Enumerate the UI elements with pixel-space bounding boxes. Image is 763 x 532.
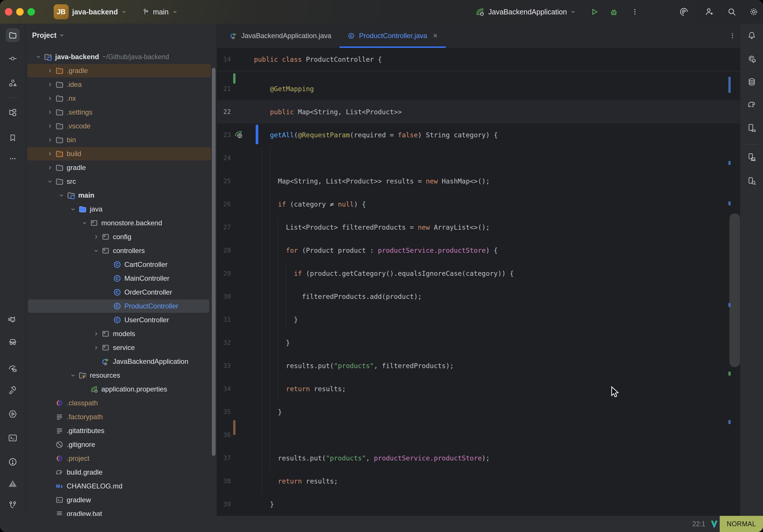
rest-endpoint-icon[interactable] <box>234 130 244 140</box>
tree-item-src[interactable]: src <box>26 174 217 188</box>
tree-item-monostore-backend[interactable]: monostore.backend <box>26 216 217 230</box>
hierarchy-tool-button[interactable] <box>6 106 20 119</box>
vcs-added-marker[interactable] <box>233 73 236 84</box>
chevron-collapsed-icon[interactable] <box>45 147 55 161</box>
copilot-tool-button[interactable] <box>6 313 20 327</box>
code-line-39[interactable]: 39 } <box>217 493 740 516</box>
device-explorer-tool-button[interactable] <box>745 174 759 188</box>
tree-item-config[interactable]: config <box>26 230 217 244</box>
tree-item-ordercontroller[interactable]: COrderController <box>26 285 217 299</box>
tree-item--idea[interactable]: .idea <box>26 78 217 91</box>
chevron-collapsed-icon[interactable] <box>91 327 101 341</box>
zoom-window-button[interactable] <box>27 8 35 16</box>
chevron-expanded-icon[interactable] <box>91 244 101 258</box>
tree-item-gradle[interactable]: gradle <box>26 161 217 174</box>
terminal-tool-button[interactable] <box>6 431 20 445</box>
tree-item-build-gradle[interactable]: build.gradle <box>26 465 217 479</box>
ai-assistant-tool-button[interactable] <box>745 52 759 66</box>
tree-item-usercontroller[interactable]: CUserController <box>26 313 217 327</box>
services-tool-button[interactable] <box>6 407 20 421</box>
settings-button[interactable] <box>747 5 760 18</box>
tree-item-build[interactable]: build <box>26 147 217 161</box>
tree-item-java-backend[interactable]: java-backend~/Github/java-backend <box>26 50 217 64</box>
device-manager-tool-button[interactable] <box>745 121 759 135</box>
branch-widget[interactable]: main <box>142 0 178 24</box>
tree-item--gradle[interactable]: .gradle <box>26 64 217 78</box>
ai-assistant-button[interactable] <box>678 5 690 18</box>
incognito-tool-button[interactable] <box>6 335 20 349</box>
gradle-tool-button[interactable] <box>745 98 759 112</box>
tree-item--settings[interactable]: .settings <box>26 105 217 119</box>
tree-item-service[interactable]: service <box>26 341 217 355</box>
sticky-line[interactable]: 14 public class ProductController { <box>217 48 740 71</box>
tree-item-application-properties[interactable]: application.properties <box>26 382 217 396</box>
project-panel-header[interactable]: Project <box>32 28 65 42</box>
tree-item-maincontroller[interactable]: CMainController <box>26 271 217 285</box>
code-line-25[interactable]: 25 Map<String, List<Product>> results = … <box>217 170 740 193</box>
chevron-expanded-icon[interactable] <box>68 369 78 382</box>
chevron-collapsed-icon[interactable] <box>45 133 55 147</box>
run-button[interactable] <box>588 5 600 18</box>
tab-javabackendapplication[interactable]: JavaBackendApplication.java <box>222 24 339 48</box>
notifications-tool-button[interactable] <box>745 29 759 43</box>
running-devices-tool-button[interactable] <box>745 150 759 164</box>
commit-tool-button[interactable] <box>6 52 20 65</box>
caret-position[interactable]: 22:1 <box>692 516 705 532</box>
project-icon[interactable]: JB <box>54 4 69 19</box>
tree-item-java[interactable]: java <box>26 202 217 216</box>
tree-item-gradlew-bat[interactable]: gradlew.bat <box>26 507 217 516</box>
project-widget[interactable]: java-backend <box>72 0 127 24</box>
chevron-expanded-icon[interactable] <box>68 202 78 216</box>
code-line-24[interactable]: 24 <box>217 147 740 170</box>
tree-item-bin[interactable]: bin <box>26 133 217 147</box>
tree-item--nx[interactable]: .nx <box>26 91 217 105</box>
code-line-22[interactable]: 22 public Map<String, List<Product>> <box>217 100 740 124</box>
chevron-expanded-icon[interactable] <box>45 174 55 188</box>
bookmarks-tool-button[interactable] <box>6 131 20 145</box>
code-line-32[interactable]: 32 } <box>217 331 740 354</box>
stripe-mark[interactable] <box>728 161 731 165</box>
stripe-mark[interactable] <box>728 303 731 307</box>
search-button[interactable] <box>725 5 738 18</box>
chevron-collapsed-icon[interactable] <box>45 64 55 78</box>
tree-item-gradlew[interactable]: gradlew <box>26 493 217 507</box>
code-editor[interactable]: 21 @GetMapping22 public Map<String, List… <box>217 48 740 516</box>
tree-item--gitattributes[interactable]: .gitattributes <box>26 424 217 438</box>
tree-scrollbar[interactable] <box>212 68 216 456</box>
ideavim-icon[interactable] <box>709 519 719 529</box>
code-line-36[interactable]: 36 <box>217 424 740 447</box>
chevron-expanded-icon[interactable] <box>79 216 90 230</box>
code-line-28[interactable]: 28 for (Product product : productService… <box>217 239 740 262</box>
tree-item--classpath[interactable]: .classpath <box>26 396 217 410</box>
project-tool-button[interactable] <box>6 28 20 42</box>
add-user-button[interactable] <box>703 5 716 18</box>
tree-item--vscode[interactable]: .vscode <box>26 119 217 133</box>
code-line-29[interactable]: 29 if (product.getCategory().equalsIgnor… <box>217 262 740 285</box>
chevron-collapsed-icon[interactable] <box>45 91 55 105</box>
structure-tool-button[interactable] <box>6 76 20 90</box>
stripe-mark[interactable] <box>728 77 731 93</box>
git-tool-button[interactable] <box>6 498 20 512</box>
chevron-collapsed-icon[interactable] <box>45 105 55 119</box>
chevron-collapsed-icon[interactable] <box>45 119 55 133</box>
problems-tool-button[interactable] <box>6 455 20 469</box>
close-window-button[interactable] <box>5 8 12 16</box>
editor-scrollbar[interactable] <box>729 213 740 367</box>
stripe-mark[interactable] <box>728 420 731 424</box>
minimize-window-button[interactable] <box>16 8 24 16</box>
chevron-collapsed-icon[interactable] <box>45 78 55 91</box>
tree-item-javabackendapplication[interactable]: JavaBackendApplication <box>26 355 217 369</box>
tree-item-cartcontroller[interactable]: CCartController <box>26 258 217 271</box>
tree-item-productcontroller[interactable]: CProductController <box>26 299 217 313</box>
database-tool-button[interactable] <box>745 75 759 89</box>
close-tab-icon[interactable]: × <box>433 31 437 41</box>
chevron-collapsed-icon[interactable] <box>91 341 101 355</box>
chevron-expanded-icon[interactable] <box>56 188 67 202</box>
code-line-34[interactable]: 34 return results; <box>217 377 740 400</box>
code-line-33[interactable]: 33 results.put("products", filteredProdu… <box>217 354 740 377</box>
code-line-38[interactable]: 38 return results; <box>217 470 740 493</box>
debug-button[interactable] <box>607 5 620 18</box>
tree-item-models[interactable]: models <box>26 327 217 341</box>
code-line-35[interactable]: 35 } <box>217 400 740 424</box>
run-config-widget[interactable]: JavaBackendApplication <box>475 0 576 24</box>
